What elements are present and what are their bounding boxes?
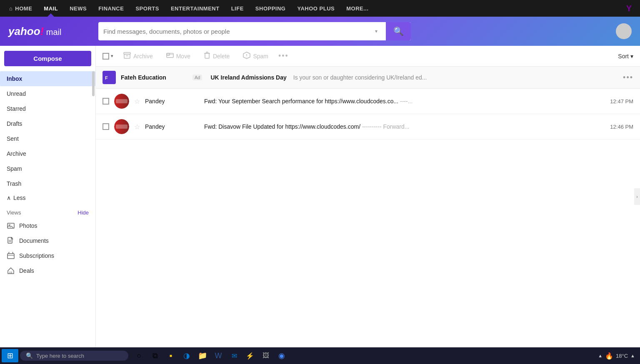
spam-button[interactable]: Spam: [240, 50, 272, 62]
search-container: ▾ 🔍: [98, 22, 411, 40]
taskbar-notification-icon[interactable]: 🔥: [605, 352, 613, 360]
move-button[interactable]: Move: [163, 50, 194, 62]
nav-entertainment[interactable]: ENTERTAINMENT: [165, 0, 225, 17]
sidebar-label-inbox: Inbox: [7, 75, 22, 82]
search-button[interactable]: 🔍: [386, 22, 411, 40]
sidebar-item-subscriptions[interactable]: Subscriptions: [0, 248, 95, 263]
taskbar-outlook-icon[interactable]: ✉: [227, 348, 242, 363]
email-checkbox-2[interactable]: [102, 123, 109, 130]
main-header: yahoo! mail ▾ 🔍: [0, 17, 640, 46]
sidebar-item-trash[interactable]: Trash: [0, 176, 95, 191]
move-label: Move: [176, 53, 190, 60]
ad-favicon: F: [102, 71, 116, 84]
taskbar-openshell-icon[interactable]: ⚡: [242, 348, 258, 363]
expand-panel-arrow[interactable]: ›: [634, 188, 640, 205]
sidebar-item-drafts[interactable]: Drafts: [0, 116, 95, 131]
mail-active-indicator: [48, 13, 54, 17]
taskbar: ⊞ 🔍 Type here to search ○ ⧉ ▪ ◑ 📁 W ✉ ⚡ …: [0, 347, 640, 364]
nav-shopping[interactable]: SHOPPING: [250, 0, 292, 17]
photos-label: Photos: [19, 222, 38, 229]
archive-label: Archive: [133, 53, 153, 60]
email-checkbox-1[interactable]: [102, 98, 109, 105]
views-hide-link[interactable]: Hide: [78, 209, 89, 216]
views-section-header: Views Hide: [0, 204, 95, 218]
email-time-1: 12:47 PM: [608, 98, 633, 105]
ad-more-button[interactable]: •••: [623, 73, 633, 82]
start-button[interactable]: ⊞: [2, 349, 18, 362]
svg-rect-5: [8, 254, 14, 259]
nav-news[interactable]: NEWS: [64, 0, 92, 17]
archive-icon: [123, 52, 131, 60]
taskbar-search[interactable]: 🔍 Type here to search: [20, 351, 128, 361]
nav-sports[interactable]: SPORTS: [130, 0, 165, 17]
svg-text:F: F: [105, 75, 108, 80]
sort-chevron-icon: ▾: [630, 53, 633, 60]
deals-icon: [7, 267, 15, 275]
user-avatar[interactable]: [616, 23, 632, 39]
nav-yahooplus[interactable]: YAHOO PLUS: [291, 0, 340, 17]
sidebar-item-documents[interactable]: Documents: [0, 233, 95, 248]
sidebar-label-archive: Archive: [7, 150, 26, 157]
sidebar-item-inbox[interactable]: Inbox: [0, 71, 95, 86]
taskbar-word-icon[interactable]: W: [211, 348, 226, 363]
search-dropdown-button[interactable]: ▾: [372, 28, 381, 34]
sidebar-item-deals[interactable]: Deals: [0, 263, 95, 278]
ad-row[interactable]: F Fateh Education Ad UK Ireland Admissio…: [96, 67, 640, 89]
taskbar-clock: ▲: [630, 353, 635, 358]
taskbar-art-icon[interactable]: 🖼: [258, 348, 273, 363]
email-star-1[interactable]: ☆: [134, 97, 140, 105]
sidebar-label-sent: Sent: [7, 135, 19, 142]
taskbar-files-icon[interactable]: 📁: [195, 348, 210, 363]
nav-more[interactable]: MORE...: [340, 0, 374, 17]
email-sender-1: Pandey: [145, 98, 199, 105]
toolbar-more-button[interactable]: •••: [278, 52, 289, 60]
documents-label: Documents: [19, 237, 49, 244]
nav-home[interactable]: ⌂ HOME: [3, 0, 38, 17]
email-row[interactable]: ☆ Pandey Fwd: Your September Search perf…: [96, 89, 640, 114]
taskbar-sticky-note-icon[interactable]: ▪: [163, 348, 178, 363]
delete-button[interactable]: Delete: [200, 50, 233, 62]
email-row[interactable]: ☆ Pandey Fwd: Disavow File Updated for h…: [96, 114, 640, 140]
delete-label: Delete: [213, 53, 230, 60]
select-all-checkbox[interactable]: ▾: [102, 53, 113, 60]
sidebar-item-spam[interactable]: Spam: [0, 161, 95, 176]
delete-icon: [204, 52, 210, 61]
less-toggle[interactable]: ∧ Less: [0, 191, 95, 204]
taskbar-search-icon: 🔍: [26, 352, 33, 359]
checkbox-dropdown-arrow[interactable]: ▾: [111, 53, 113, 59]
sender-avatar-2: [114, 119, 129, 134]
taskbar-cortana-icon[interactable]: ○: [132, 348, 147, 363]
email-star-2[interactable]: ☆: [134, 123, 140, 131]
sidebar-scrollbar[interactable]: [92, 71, 95, 96]
home-icon: ⌂: [9, 5, 12, 12]
sender-avatar-1: [114, 94, 129, 109]
taskbar-up-arrow[interactable]: ▲: [598, 353, 602, 358]
taskbar-chrome-icon[interactable]: ◉: [274, 348, 289, 363]
taskbar-edge-icon[interactable]: ◑: [179, 348, 194, 363]
sidebar-item-sent[interactable]: Sent: [0, 131, 95, 146]
compose-button[interactable]: Compose: [4, 51, 91, 66]
sidebar-item-starred[interactable]: Starred: [0, 101, 95, 116]
deals-label: Deals: [19, 267, 34, 274]
sort-button[interactable]: Sort ▾: [618, 53, 633, 60]
yahoo-y-logo: Y: [621, 4, 637, 13]
email-list: F Fateh Education Ad UK Ireland Admissio…: [96, 67, 640, 347]
sidebar-item-archive[interactable]: Archive: [0, 146, 95, 161]
nav-life[interactable]: LIFE: [225, 0, 250, 17]
subscriptions-label: Subscriptions: [19, 252, 54, 259]
windows-icon: ⊞: [7, 351, 13, 360]
archive-button[interactable]: Archive: [120, 50, 156, 62]
sidebar-label-unread: Unread: [7, 90, 26, 97]
views-label: Views: [7, 209, 21, 216]
email-time-2: 12:46 PM: [608, 124, 633, 130]
taskbar-taskview-icon[interactable]: ⧉: [148, 348, 162, 363]
nav-mail[interactable]: MAIL: [38, 0, 64, 17]
spam-label: Spam: [253, 53, 268, 60]
nav-finance[interactable]: FINANCE: [92, 0, 130, 17]
email-subject-2: Fwd: Disavow File Updated for https://ww…: [204, 123, 603, 130]
sidebar-item-photos[interactable]: Photos: [0, 218, 95, 233]
sidebar-item-unread[interactable]: Unread: [0, 86, 95, 101]
email-sender-2: Pandey: [145, 123, 199, 130]
checkbox-box[interactable]: [102, 53, 109, 60]
search-input[interactable]: [103, 28, 368, 35]
